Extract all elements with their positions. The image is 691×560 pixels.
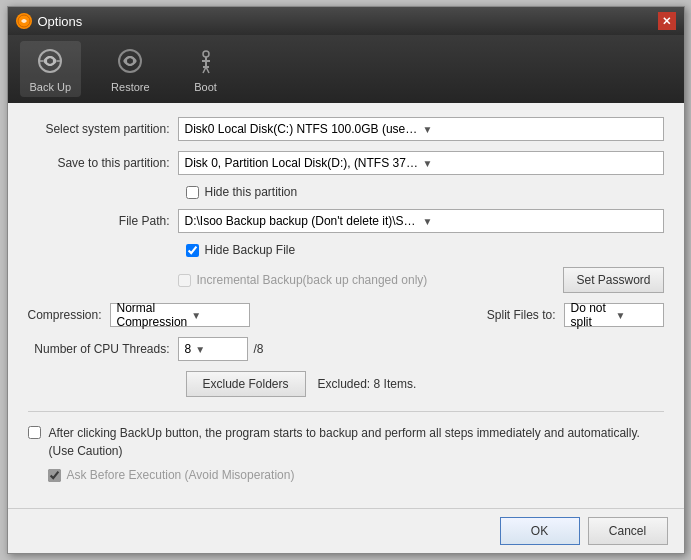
split-label: Split Files to: — [487, 308, 556, 322]
svg-point-2 — [46, 57, 54, 65]
file-path-label: File Path: — [28, 214, 178, 228]
cpu-threads-label: Number of CPU Threads: — [28, 342, 178, 356]
title-bar: Options ✕ — [8, 7, 684, 35]
restore-icon — [114, 45, 146, 77]
restore-label: Restore — [111, 81, 150, 93]
cpu-threads-row: Number of CPU Threads: 8 ▼ /8 — [28, 337, 664, 361]
system-partition-label: Select system partition: — [28, 122, 178, 136]
close-button[interactable]: ✕ — [658, 12, 676, 30]
save-partition-arrow: ▼ — [423, 158, 657, 169]
hide-backup-row: Hide Backup File — [186, 243, 664, 257]
ask-row: Ask Before Execution (Avoid Misoperation… — [48, 468, 664, 482]
cpu-threads-value: 8 — [185, 342, 192, 356]
ask-label: Ask Before Execution (Avoid Misoperation… — [67, 468, 295, 482]
compression-arrow: ▼ — [191, 310, 243, 321]
exclude-folders-button[interactable]: Exclude Folders — [186, 371, 306, 397]
content-area: Select system partition: Disk0 Local Dis… — [8, 103, 684, 508]
compression-select[interactable]: Normal Compression ▼ — [110, 303, 251, 327]
hide-backup-label[interactable]: Hide Backup File — [205, 243, 296, 257]
file-path-control: D:\Isoo Backup backup (Don't delete it)\… — [178, 209, 664, 233]
toolbar-backup[interactable]: Back Up — [20, 41, 82, 97]
notice-section: After clicking BackUp button, the progra… — [28, 411, 664, 460]
file-path-select[interactable]: D:\Isoo Backup backup (Don't delete it)\… — [178, 209, 664, 233]
backup-label: Back Up — [30, 81, 72, 93]
system-partition-value: Disk0 Local Disk(C:) NTFS 100.0GB (used … — [185, 122, 419, 136]
svg-point-4 — [126, 57, 134, 65]
hide-partition-row: Hide this partition — [186, 185, 664, 199]
save-partition-select[interactable]: Disk 0, Partition Local Disk(D:), (NTFS … — [178, 151, 664, 175]
system-partition-arrow: ▼ — [423, 124, 657, 135]
file-path-value: D:\Isoo Backup backup (Don't delete it)\… — [185, 214, 419, 228]
file-path-arrow: ▼ — [423, 216, 657, 227]
file-path-row: File Path: D:\Isoo Backup backup (Don't … — [28, 209, 664, 233]
window-title: Options — [38, 14, 83, 29]
system-partition-select[interactable]: Disk0 Local Disk(C:) NTFS 100.0GB (used … — [178, 117, 664, 141]
hide-partition-checkbox[interactable] — [186, 186, 199, 199]
boot-icon — [190, 45, 222, 77]
save-partition-value: Disk 0, Partition Local Disk(D:), (NTFS … — [185, 156, 419, 170]
toolbar-boot[interactable]: Boot — [180, 41, 232, 97]
save-partition-label: Save to this partition: — [28, 156, 178, 170]
notice-checkbox[interactable] — [28, 426, 41, 439]
system-partition-row: Select system partition: Disk0 Local Dis… — [28, 117, 664, 141]
notice-text[interactable]: After clicking BackUp button, the progra… — [49, 424, 664, 460]
exclude-info: Excluded: 8 Items. — [318, 377, 417, 391]
svg-point-3 — [119, 50, 141, 72]
split-section: Split Files to: Do not split ▼ — [487, 303, 664, 327]
split-select[interactable]: Do not split ▼ — [564, 303, 664, 327]
exclude-row: Exclude Folders Excluded: 8 Items. — [186, 371, 664, 397]
app-icon — [16, 13, 32, 29]
backup-icon — [34, 45, 66, 77]
title-bar-left: Options — [16, 13, 83, 29]
system-partition-control: Disk0 Local Disk(C:) NTFS 100.0GB (used … — [178, 117, 664, 141]
compression-split-row: Compression: Normal Compression ▼ Split … — [28, 303, 664, 327]
footer: OK Cancel — [8, 508, 684, 553]
incremental-label: Incremental Backup(back up changed only) — [197, 273, 428, 287]
set-password-button[interactable]: Set Password — [563, 267, 663, 293]
cpu-threads-select[interactable]: 8 ▼ — [178, 337, 248, 361]
split-value: Do not split — [571, 301, 612, 329]
save-partition-control: Disk 0, Partition Local Disk(D:), (NTFS … — [178, 151, 664, 175]
ask-checkbox[interactable] — [48, 469, 61, 482]
cpu-threads-max: /8 — [254, 342, 264, 356]
compression-value: Normal Compression — [117, 301, 188, 329]
cancel-button[interactable]: Cancel — [588, 517, 668, 545]
toolbar: Back Up Restore — [8, 35, 684, 103]
options-window: Options ✕ Back Up — [7, 6, 685, 554]
hide-backup-checkbox[interactable] — [186, 244, 199, 257]
split-arrow: ▼ — [616, 310, 657, 321]
save-partition-row: Save to this partition: Disk 0, Partitio… — [28, 151, 664, 175]
toolbar-restore[interactable]: Restore — [101, 41, 160, 97]
ok-button[interactable]: OK — [500, 517, 580, 545]
compression-label: Compression: — [28, 308, 102, 322]
incremental-row: Incremental Backup(back up changed only)… — [28, 267, 664, 293]
svg-point-5 — [203, 51, 209, 57]
cpu-threads-arrow: ▼ — [195, 344, 205, 355]
boot-label: Boot — [194, 81, 217, 93]
hide-partition-label[interactable]: Hide this partition — [205, 185, 298, 199]
compression-section: Compression: Normal Compression ▼ — [28, 303, 471, 327]
incremental-checkbox[interactable] — [178, 274, 191, 287]
